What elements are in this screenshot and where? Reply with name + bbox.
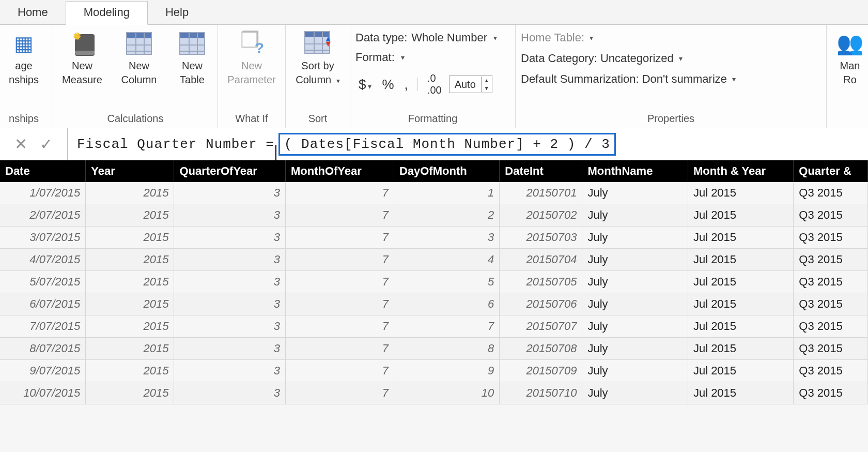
spinner-down[interactable]: ▼ [482,84,492,92]
cell-qoy: 3 [174,182,285,204]
cell-my: Jul 2015 [688,360,793,382]
cell-qy: Q3 2015 [794,315,868,338]
label: Measure [62,74,102,86]
text-cursor [275,145,276,162]
label: Default Summarization: [521,72,639,86]
table-row[interactable]: 1/07/2015201537120150701JulyJul 2015Q3 2… [0,182,868,204]
cell-dom: 10 [394,382,499,404]
table-row[interactable]: 5/07/2015201537520150705JulyJul 2015Q3 2… [0,271,868,293]
parameter-icon [238,31,265,56]
new-measure-button[interactable]: New Measure [58,29,106,86]
sort-by-column-button[interactable]: ▲▼ Sort by Column ▾ [291,29,345,86]
table-row[interactable]: 8/07/2015201537820150708JulyJul 2015Q3 2… [0,338,868,360]
cell-mname: July [582,182,688,204]
label: Man [840,60,860,72]
col-header-dayofmonth[interactable]: DayOfMonth [394,160,499,182]
chevron-down-icon: ▾ [679,54,683,63]
value: Auto [450,79,481,91]
col-header-date[interactable]: Date [0,160,86,182]
group-label: Sort [291,110,345,128]
roles-icon: 👥 [836,31,863,56]
cell-moy: 7 [285,293,394,315]
table-row[interactable]: 2/07/2015201537220150702JulyJul 2015Q3 2… [0,204,868,227]
table-row[interactable]: 4/07/2015201537420150704JulyJul 2015Q3 2… [0,249,868,271]
cell-year: 2015 [86,227,174,249]
formula-input[interactable]: Fiscal Quarter Number = ( Dates[Fiscal M… [68,128,868,160]
col-header-year[interactable]: Year [86,160,174,182]
cell-qoy: 3 [174,227,285,249]
cell-moy: 7 [285,182,394,204]
cell-dom: 3 [394,227,499,249]
cell-dint: 20150704 [500,249,582,271]
cell-qoy: 3 [174,315,285,338]
percent-button[interactable]: % [379,74,397,95]
data-category-dropdown[interactable]: Data Category: Uncategorized ▾ [521,52,736,65]
manage-relationships-button[interactable]: ▦ age nships [0,29,48,86]
separator [417,78,418,91]
cell-my: Jul 2015 [688,249,793,271]
decimal-places-input[interactable]: Auto ▲▼ [449,76,492,93]
datatype-dropdown[interactable]: Data type: Whole Number ▾ [355,31,497,44]
cell-qy: Q3 2015 [794,271,868,293]
spinner-up[interactable]: ▲ [482,77,492,84]
col-header-monthname[interactable]: MonthName [582,160,688,182]
data-grid[interactable]: Date Year QuarterOfYear MonthOfYear DayO… [0,160,868,404]
cell-year: 2015 [86,204,174,227]
cell-qoy: 3 [174,271,285,293]
table-row[interactable]: 7/07/2015201537720150707JulyJul 2015Q3 2… [0,315,868,338]
format-dropdown[interactable]: Format: ▾ [355,51,497,64]
table-row[interactable]: 6/07/2015201537620150706JulyJul 2015Q3 2… [0,293,868,315]
cell-dint: 20150710 [500,382,582,404]
chevron-down-icon: ▾ [590,34,593,42]
cell-dint: 20150703 [500,227,582,249]
cell-date: 10/07/2015 [0,382,86,404]
new-table-button[interactable]: New Table [172,29,212,86]
cell-date: 6/07/2015 [0,293,86,315]
cell-mname: July [582,293,688,315]
label: New [129,60,149,72]
group-label [832,110,868,128]
col-header-monthofyear[interactable]: MonthOfYear [285,160,394,182]
table-row[interactable]: 3/07/2015201537320150703JulyJul 2015Q3 2… [0,227,868,249]
col-header-quarterofyear[interactable]: QuarterOfYear [174,160,285,182]
cell-qy: Q3 2015 [794,227,868,249]
cell-dint: 20150705 [500,271,582,293]
cell-moy: 7 [285,227,394,249]
formula-left: Fiscal Quarter Number = [77,137,274,152]
cell-qoy: 3 [174,204,285,227]
cell-moy: 7 [285,360,394,382]
table-row[interactable]: 9/07/2015201537920150709JulyJul 2015Q3 2… [0,360,868,382]
col-header-monthyear[interactable]: Month & Year [688,160,793,182]
label: Column ▾ [296,74,339,86]
label: Home Table: [521,31,584,44]
cell-year: 2015 [86,382,174,404]
currency-button[interactable]: $▾ [355,74,375,95]
ribbon: ▦ age nships nships New Measure New Colu… [0,25,868,128]
label: Table [180,74,205,86]
table-row[interactable]: 10/07/20152015371020150710JulyJul 2015Q3… [0,382,868,404]
cell-my: Jul 2015 [688,182,793,204]
tab-home[interactable]: Home [0,2,66,24]
group-label: What If [223,110,280,128]
tab-modeling[interactable]: Modeling [66,1,148,25]
label: Data Category: [521,52,597,65]
sort-icon: ▲▼ [304,31,331,56]
new-parameter-button[interactable]: New Parameter [223,29,280,86]
new-column-button[interactable]: New Column [115,29,163,86]
cell-moy: 7 [285,249,394,271]
col-header-quarteryear[interactable]: Quarter & [794,160,868,182]
cell-date: 4/07/2015 [0,249,86,271]
tab-help[interactable]: Help [148,2,206,24]
group-sort: ▲▼ Sort by Column ▾ Sort [286,25,350,128]
cell-mname: July [582,204,688,227]
commit-formula-button[interactable]: ✓ [40,135,53,153]
col-header-dateint[interactable]: DateInt [500,160,582,182]
manage-roles-button[interactable]: 👥 Man Ro [832,29,868,86]
default-summarization-dropdown[interactable]: Default Summarization: Don't summarize ▾ [521,72,736,86]
cancel-formula-button[interactable]: ✕ [14,135,27,153]
comma-button[interactable]: , [401,74,411,95]
value: Whole Number [411,31,487,44]
home-table-dropdown[interactable]: Home Table: ▾ [521,31,736,44]
cell-qoy: 3 [174,360,285,382]
cell-my: Jul 2015 [688,315,793,338]
